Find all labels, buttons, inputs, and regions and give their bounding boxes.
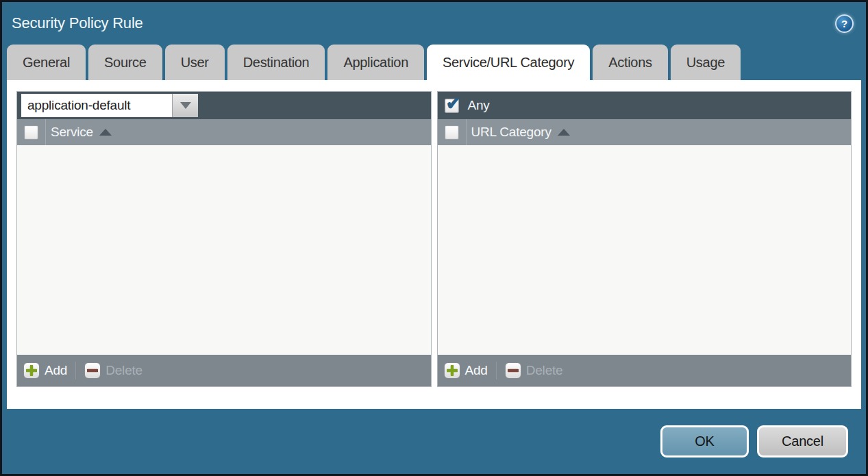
tab-actions[interactable]: Actions xyxy=(593,45,668,80)
cancel-button[interactable]: Cancel xyxy=(757,425,848,458)
url-category-add-button[interactable]: Add xyxy=(444,362,488,379)
tab-destination[interactable]: Destination xyxy=(227,45,325,80)
footer-divider xyxy=(75,362,76,379)
service-panel: Service Add xyxy=(16,91,432,387)
url-category-delete-label: Delete xyxy=(526,363,563,378)
any-label: Any xyxy=(468,98,490,113)
tab-usage[interactable]: Usage xyxy=(671,45,741,80)
tab-source[interactable]: Source xyxy=(88,45,162,80)
url-category-panel-footer: Add Delete xyxy=(438,355,852,386)
service-list[interactable] xyxy=(17,145,431,355)
sort-ascending-icon[interactable] xyxy=(99,129,112,136)
ok-button[interactable]: OK xyxy=(660,425,749,458)
dialog-titlebar: Security Policy Rule ? xyxy=(2,2,866,45)
plus-icon xyxy=(23,362,40,379)
url-category-column-label[interactable]: URL Category xyxy=(471,125,551,140)
service-select-all-checkbox[interactable] xyxy=(24,125,38,140)
url-category-select-all-cell xyxy=(438,119,467,145)
service-select-all-cell xyxy=(17,119,46,145)
chevron-down-icon xyxy=(180,102,191,109)
minus-icon xyxy=(505,362,521,379)
url-category-add-label: Add xyxy=(465,363,488,378)
tab-content: Service Add xyxy=(7,80,861,409)
url-category-delete-button[interactable]: Delete xyxy=(505,362,563,379)
service-type-dropdown[interactable] xyxy=(21,94,198,117)
dialog-title: Security Policy Rule xyxy=(12,14,143,32)
service-panel-footer: Add Delete xyxy=(17,355,431,386)
url-category-column-header: URL Category xyxy=(438,119,852,145)
tab-service-url-category[interactable]: Service/URL Category xyxy=(427,45,590,80)
help-icon[interactable]: ? xyxy=(835,14,854,33)
url-category-list[interactable] xyxy=(438,145,852,355)
service-type-input[interactable] xyxy=(21,94,172,117)
tab-general[interactable]: General xyxy=(7,45,86,80)
service-type-dropdown-button[interactable] xyxy=(172,94,198,117)
service-column-label[interactable]: Service xyxy=(51,125,93,140)
tab-application[interactable]: Application xyxy=(327,45,424,80)
tab-user[interactable]: User xyxy=(165,45,225,80)
any-checkbox[interactable] xyxy=(445,99,459,113)
any-checkbox-row: Any xyxy=(445,98,490,113)
service-add-label: Add xyxy=(45,363,67,378)
security-policy-rule-dialog: Security Policy Rule ? General Source Us… xyxy=(0,0,868,476)
url-category-select-all-checkbox[interactable] xyxy=(445,125,459,140)
sort-ascending-icon[interactable] xyxy=(558,129,570,136)
tab-strip: General Source User Destination Applicat… xyxy=(2,45,866,80)
url-category-panel: Any URL Category Add xyxy=(437,91,852,387)
url-category-panel-header: Any xyxy=(438,92,852,119)
service-delete-label: Delete xyxy=(106,363,142,378)
minus-icon xyxy=(84,362,101,379)
service-panel-header xyxy=(17,92,431,119)
dialog-action-bar: OK Cancel xyxy=(2,409,866,474)
service-add-button[interactable]: Add xyxy=(23,362,67,379)
service-delete-button[interactable]: Delete xyxy=(84,362,142,379)
footer-divider xyxy=(496,362,497,379)
service-column-header: Service xyxy=(17,119,431,145)
plus-icon xyxy=(444,362,460,379)
